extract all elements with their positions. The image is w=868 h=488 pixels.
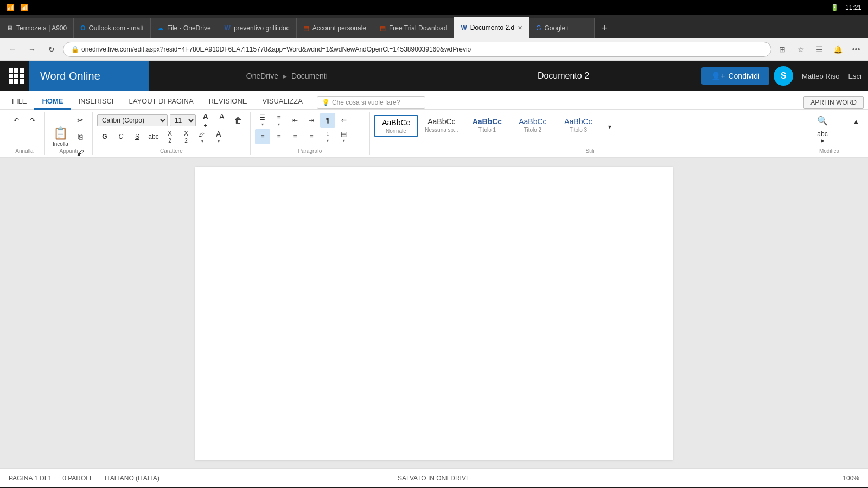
align-center-button[interactable]: ≡ xyxy=(271,129,286,144)
tab-documento2-label: Documento 2.d xyxy=(470,24,514,31)
tab-termozeta-label: Termozeta | A900 xyxy=(16,24,67,32)
tab-layout[interactable]: LAYOUT DI PAGINA xyxy=(121,94,201,110)
tab-revisione[interactable]: REVISIONE xyxy=(201,94,255,110)
replace-button[interactable]: abc▶ xyxy=(815,129,830,144)
incolla-icon: 📋 xyxy=(53,126,68,140)
style-nessuna-label: Nessuna sp... xyxy=(424,127,459,133)
favorites-button[interactable]: ☆ xyxy=(793,42,808,57)
style-titolo1[interactable]: AaBbCc Titolo 1 xyxy=(465,115,509,135)
collapse-ribbon-button[interactable]: ▲ xyxy=(848,114,864,129)
tab-visualizza[interactable]: VISUALIZZA xyxy=(254,94,310,110)
style-titolo2[interactable]: AaBbCc Titolo 2 xyxy=(511,115,554,135)
increase-indent-button[interactable]: ⇥ xyxy=(304,113,319,128)
font-color-button[interactable]: A ▾ xyxy=(211,129,226,144)
tab-inserisci[interactable]: INSERISCI xyxy=(71,94,121,110)
subscript-button[interactable]: X2 xyxy=(162,129,177,144)
justify-button[interactable]: ≡ xyxy=(304,129,319,144)
undo-redo-group: ↶ ↷ Annulla xyxy=(4,112,45,155)
taglia-button[interactable]: ✂ xyxy=(73,113,88,128)
signal-icon: 📶 xyxy=(7,4,15,11)
bold-button[interactable]: G xyxy=(97,129,112,144)
address-text: onedrive.live.com/edit.aspx?resid=4F780E… xyxy=(81,46,763,53)
rtl-button[interactable]: ⇐ xyxy=(336,113,352,128)
italic-button[interactable]: C xyxy=(113,129,129,144)
tab-documento2[interactable]: W Documento 2.d ✕ xyxy=(454,17,529,38)
esci-button[interactable]: Esci xyxy=(848,72,861,80)
word-header: Word Online OneDrive ▶ Documenti Documen… xyxy=(0,61,868,91)
more-button[interactable]: ••• xyxy=(848,42,864,57)
ribbon-toolbar: ↶ ↷ Annulla 📋 Incolla ✂ ⎘ 🖌 Appunti Cali… xyxy=(0,110,868,158)
tab-google[interactable]: G Google+ xyxy=(529,18,595,38)
browser-tabs: 🖥 Termozeta | A900 O Outlook.com - matt … xyxy=(0,15,868,38)
tab-google-label: Google+ xyxy=(544,24,569,32)
search-button[interactable]: 🔍 xyxy=(815,113,830,128)
style-titolo3[interactable]: AaBbCc Titolo 3 xyxy=(557,115,600,135)
tab-file[interactable]: FILE xyxy=(4,94,34,110)
rtl-icon: ⇐ xyxy=(341,117,347,124)
address-input[interactable]: 🔒 onedrive.live.com/edit.aspx?resid=4F78… xyxy=(63,42,771,57)
format-row: G C S abc X2 X2 🖊 ▾ A ▾ xyxy=(97,129,226,144)
style-nessuna-spaziatura[interactable]: AaBbCc Nessuna sp... xyxy=(420,115,463,135)
decrease-indent-button[interactable]: ⇤ xyxy=(288,113,303,128)
line-spacing-button[interactable]: ↕ ▾ xyxy=(320,129,335,144)
shading-button[interactable]: ▤ ▾ xyxy=(336,129,352,144)
show-formatting-button[interactable]: ¶ xyxy=(320,113,335,128)
superscript-button[interactable]: X2 xyxy=(178,129,194,144)
font-family-selector[interactable]: Calibri (Corpo) xyxy=(97,114,168,126)
tab-account[interactable]: ▤ Account personale xyxy=(297,18,373,38)
highlight-color-button[interactable]: 🖊 ▾ xyxy=(195,129,210,144)
appunti-label: Appunti xyxy=(45,148,92,154)
skype-button[interactable]: S xyxy=(774,66,793,86)
numbered-list-button[interactable]: ≡ ▾ xyxy=(271,113,286,128)
strikethrough-button[interactable]: abc xyxy=(146,129,161,144)
style-normale[interactable]: AaBbCc Normale xyxy=(374,115,418,137)
notifications-button[interactable]: 🔔 xyxy=(830,42,845,57)
tab-home[interactable]: HOME xyxy=(34,94,71,110)
word-count: 0 PAROLE xyxy=(62,474,94,482)
back-button[interactable]: ← xyxy=(4,41,21,57)
align-left-button[interactable]: ≡ xyxy=(255,129,270,144)
stili-group: AaBbCc Normale AaBbCc Nessuna sp... AaBb… xyxy=(370,112,810,155)
tab-documento2-close[interactable]: ✕ xyxy=(518,24,522,31)
tab-termozeta[interactable]: 🖥 Termozeta | A900 xyxy=(0,18,74,38)
forward-button[interactable]: → xyxy=(24,41,40,57)
decrease-font-button[interactable]: A- xyxy=(214,113,229,128)
font-size-selector[interactable]: 11 xyxy=(170,114,196,126)
refresh-button[interactable]: ↻ xyxy=(43,41,60,57)
tab-account-icon: ▤ xyxy=(303,24,309,32)
secure-lock-icon: 🔒 xyxy=(71,46,79,53)
clear-format-button[interactable]: 🗑 xyxy=(231,113,246,128)
tab-add-button[interactable]: + xyxy=(595,18,614,38)
redo-button[interactable]: ↷ xyxy=(25,113,40,128)
align-right-button[interactable]: ≡ xyxy=(288,129,303,144)
highlight-dropdown-icon: ▾ xyxy=(201,139,203,144)
undo-button[interactable]: ↶ xyxy=(9,113,24,128)
tell-me-placeholder: Che cosa si vuole fare? xyxy=(332,99,400,106)
document-page[interactable] xyxy=(195,167,673,460)
underline-button[interactable]: S xyxy=(130,129,145,144)
tab-freetrial[interactable]: ▤ Free Trial Download xyxy=(373,18,454,38)
breadcrumb-parent[interactable]: OneDrive xyxy=(246,72,278,80)
bullet-list-icon: ☰ xyxy=(259,114,265,121)
condividi-button[interactable]: 👤+ Condividi xyxy=(701,67,769,85)
text-cursor xyxy=(228,189,228,198)
settings-button[interactable]: ☰ xyxy=(812,42,827,57)
bullet-list-button[interactable]: ☰ ▾ xyxy=(255,113,270,128)
tab-onedrive[interactable]: ☁ File - OneDrive xyxy=(151,18,218,38)
copia-button[interactable]: ⎘ xyxy=(73,129,88,144)
tell-me-box[interactable]: 💡 Che cosa si vuole fare? xyxy=(317,96,425,109)
reading-view-button[interactable]: ⊞ xyxy=(775,42,790,57)
font-color-icon: A xyxy=(216,130,221,138)
open-in-word-button[interactable]: APRI IN WORD xyxy=(803,96,864,109)
increase-font-button[interactable]: A+ xyxy=(198,113,213,128)
waffle-menu-button[interactable] xyxy=(7,66,26,86)
tab-preventivo[interactable]: W preventivo grilli.doc xyxy=(218,18,297,38)
tab-preventivo-icon: W xyxy=(225,24,231,32)
breadcrumb-child[interactable]: Documenti xyxy=(291,72,328,80)
style-titolo1-text: AaBbCc xyxy=(470,117,505,126)
styles-dropdown-button[interactable]: ▾ xyxy=(602,119,617,134)
align-center-icon: ≡ xyxy=(277,133,280,140)
incolla-button[interactable]: 📋 Incolla xyxy=(49,121,72,152)
document-area[interactable] xyxy=(0,158,868,468)
tab-outlook[interactable]: O Outlook.com - matt xyxy=(74,18,151,38)
